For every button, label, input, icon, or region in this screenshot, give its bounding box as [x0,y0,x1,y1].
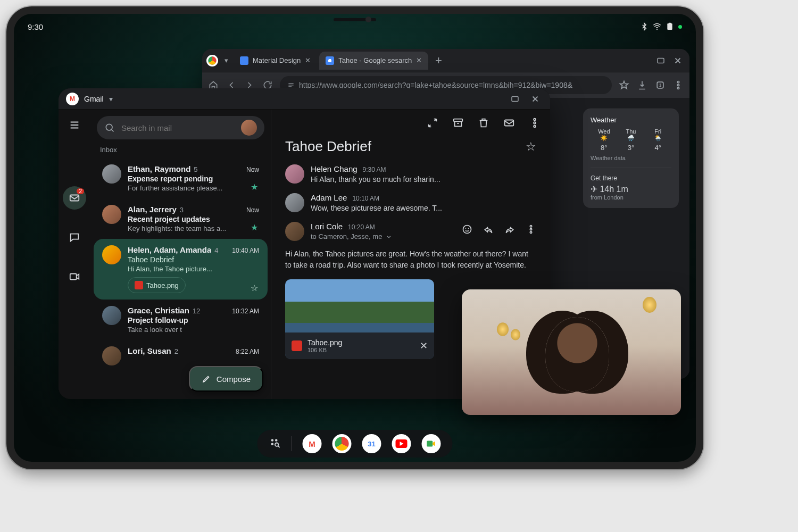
thread-item[interactable]: Ethan, Raymond5Now Expense report pendin… [94,158,268,198]
thread-item-selected[interactable]: Helen, Adam, Amanda410:40 AM Tahoe Debri… [94,239,268,300]
privacy-indicator-icon [678,25,682,29]
svg-point-19 [466,228,467,229]
svg-point-27 [275,443,278,446]
sender-avatar [285,222,304,241]
thread-list: Inbox Ethan, Raymond5Now Expense report … [90,110,271,399]
more-icon[interactable] [526,224,536,237]
detail-actions [271,110,550,138]
gmail-titlebar: M Gmail ▾ [59,88,550,110]
browser-tab-tahoe[interactable]: Tahoe - Google sesarch ✕ [319,52,428,70]
hamburger-menu-button[interactable] [69,119,80,133]
svg-point-23 [530,231,531,233]
sender-avatar [102,245,121,264]
new-tab-button[interactable]: + [430,54,446,68]
chrome-tabstrip: ▾ Material Design ✕ Tahoe - Google sesar… [202,49,689,72]
search-bar[interactable] [97,116,264,139]
app-chrome[interactable] [332,434,352,453]
nav-meet[interactable] [63,265,86,288]
svg-point-12 [106,124,112,130]
expand-icon[interactable] [427,117,438,131]
star-icon[interactable]: ☆ [251,283,258,293]
app-meet[interactable] [422,434,441,453]
knowledge-panel: Weather Wed☀️8° Thu🌧️3° Fri🌦️4° Weather … [583,109,679,208]
subject: Tahoe Debrief [285,138,371,155]
chrome-logo-icon[interactable] [206,54,218,66]
browser-tab-material[interactable]: Material Design ✕ [234,52,317,70]
close-tab-icon[interactable]: ✕ [305,56,311,64]
close-window-button[interactable] [670,53,685,68]
mark-unread-icon[interactable] [503,117,515,131]
downloads-button[interactable] [636,79,648,91]
maximize-button[interactable] [653,53,668,68]
star-icon[interactable]: ★ [251,222,258,232]
video-pip[interactable] [462,289,681,415]
sender-avatar [285,164,304,184]
svg-point-0 [656,29,658,30]
chevron-down-icon[interactable] [385,233,393,240]
tab-dropdown-icon[interactable]: ▾ [221,56,231,64]
svg-point-18 [463,226,471,234]
attachment-name: Tahoe.png [307,338,342,347]
app-dropdown-icon[interactable]: ▾ [109,95,113,103]
search-input[interactable] [121,123,235,132]
forward-icon[interactable] [504,224,515,237]
star-icon[interactable]: ★ [251,182,258,192]
lamp-decor [511,329,520,340]
tab-label: Material Design [253,56,301,64]
compose-button[interactable]: Compose [189,366,263,392]
archive-icon[interactable] [452,117,464,131]
unread-badge: 2 [77,188,84,194]
app-gmail[interactable]: M [303,434,322,453]
react-icon[interactable] [462,224,472,237]
message-collapsed[interactable]: Helen Chang9:30 AM Hi Alan, thank you so… [285,164,536,184]
clock: 9:30 [28,22,43,31]
attachment-chip[interactable]: Tahoe.png [128,277,186,293]
kp-weather-title: Weather [591,116,671,124]
message-collapsed[interactable]: Adam Lee10:10 AM Wow, these picturese ar… [285,193,536,212]
svg-rect-14 [505,120,514,126]
tab-label: Tahoe - Google sesarch [338,56,412,64]
app-calendar[interactable]: 31 [362,434,381,453]
battery-icon [666,22,674,31]
svg-point-6 [677,81,679,83]
svg-point-25 [275,439,278,442]
thread-item[interactable]: Grace, Christian1210:32 AM Project follo… [94,300,268,340]
star-icon[interactable]: ☆ [526,140,536,154]
nav-mail[interactable]: 2 [63,186,86,210]
image-icon [292,340,302,351]
tablet-device: 9:30 ▾ Material Design ✕ Tahoe - Google … [6,6,703,469]
status-bar: 9:30 [14,14,696,39]
attachment-card[interactable]: Tahoe.png 106 KB ✕ [285,279,434,359]
app-launcher-button[interactable] [269,437,281,451]
wifi-icon [653,22,661,31]
recipients-row[interactable]: to Cameron, Jesse, me [311,232,455,240]
app-youtube[interactable] [392,434,411,453]
more-icon[interactable] [529,117,541,131]
thread-item[interactable]: Alan, Jerrery3Now Recent project updates… [94,198,268,239]
reply-icon[interactable] [483,224,494,237]
svg-point-20 [468,228,469,229]
maximize-button[interactable] [508,92,522,106]
close-window-button[interactable] [528,92,543,106]
close-tab-icon[interactable]: ✕ [416,56,422,64]
site-settings-icon[interactable] [287,81,295,89]
svg-rect-3 [658,58,664,63]
pencil-icon [202,374,211,384]
gmail-logo-icon: M [66,93,79,105]
svg-point-7 [677,84,679,86]
svg-point-8 [677,87,679,89]
svg-rect-9 [512,96,518,101]
sender-avatar [102,306,121,325]
svg-point-15 [534,119,536,121]
svg-rect-2 [669,23,671,24]
delete-icon[interactable] [478,117,489,131]
close-icon[interactable]: ✕ [420,340,428,352]
bookmark-button[interactable] [618,79,630,91]
nav-chat[interactable] [63,226,86,249]
menu-button[interactable] [672,79,684,91]
svg-rect-11 [70,274,77,280]
taskbar-divider [292,436,292,451]
sender-avatar [102,346,121,365]
account-avatar[interactable] [241,120,257,136]
tabs-button[interactable]: 1 [654,79,666,91]
